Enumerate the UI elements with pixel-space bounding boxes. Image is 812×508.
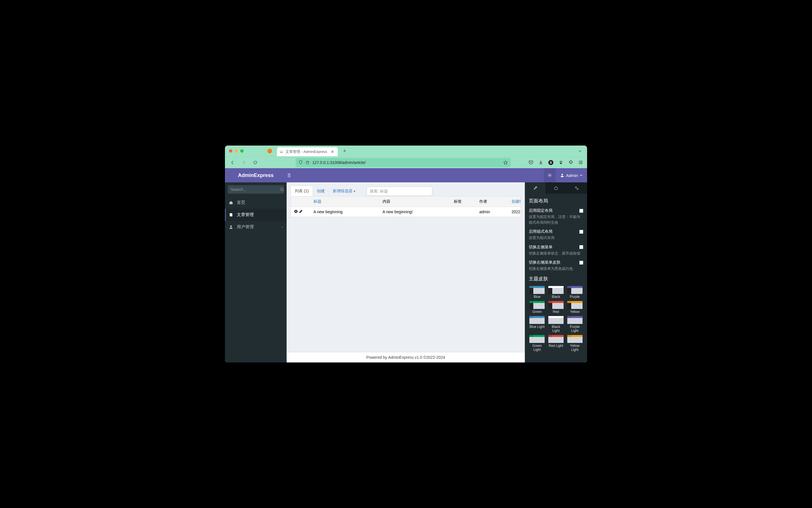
url-text: 127.0.0.1:31008/admin/article/	[313, 160, 366, 165]
settings-gear-button[interactable]	[544, 168, 556, 182]
book-icon	[229, 213, 233, 217]
skin-label: Yellow	[566, 310, 583, 314]
table-header-created[interactable]: 创建时间	[509, 197, 521, 207]
create-button[interactable]: 创建	[313, 186, 329, 196]
extension-s-icon[interactable]: S	[548, 160, 554, 165]
sidebar-item-articles[interactable]: 文章管理	[225, 209, 287, 221]
address-bar[interactable]: 127.0.0.1:31008/admin/article/	[296, 158, 511, 167]
skin-label: Green	[529, 310, 545, 314]
sidebar-item-users[interactable]: 用户管理 ‹	[225, 221, 287, 233]
app-body: 首页 文章管理 用户管理 ‹ 列表 (1) 创建 新增筛选器▼	[225, 182, 587, 363]
window-maximize-button[interactable]	[240, 149, 244, 153]
svg-point-7	[281, 188, 283, 190]
window-titlebar: 🗂 文章管理 - AdminExpress ✕ +	[225, 145, 587, 156]
sidebar-search	[228, 185, 284, 194]
window-close-button[interactable]	[229, 149, 232, 153]
extension-paw-icon[interactable]	[559, 160, 563, 165]
skin-swatch[interactable]: Red	[548, 301, 565, 314]
checkbox-boxed-layout[interactable]	[579, 230, 583, 234]
settings-tab-layout[interactable]	[525, 182, 545, 194]
skin-swatch[interactable]: Black Light	[548, 316, 565, 333]
pocket-icon[interactable]	[528, 160, 533, 165]
settings-section-skins-title: 主题皮肤	[529, 276, 583, 282]
skin-label: Red	[548, 310, 565, 314]
settings-tabs	[525, 182, 587, 194]
hamburger-icon[interactable]	[578, 160, 583, 165]
skin-swatch[interactable]: Blue	[529, 286, 545, 299]
opt-desc: 设置为固定布局，注意：不能与箱式布局同时生效	[529, 214, 583, 225]
svg-point-6	[562, 174, 563, 175]
table-header-content: 内容	[380, 197, 451, 207]
nav-forward-button[interactable]	[240, 159, 248, 166]
skin-swatch[interactable]: Green	[529, 301, 545, 314]
skin-swatch[interactable]: Yellow Light	[566, 335, 583, 352]
skin-swatch[interactable]: Green Light	[529, 335, 545, 352]
skin-label: Yellow Light	[566, 344, 583, 352]
settings-tab-gears[interactable]	[566, 182, 587, 194]
view-icon[interactable]	[294, 210, 298, 214]
settings-tab-home[interactable]	[545, 182, 566, 194]
user-menu-button[interactable]: Admin	[556, 168, 587, 182]
http-icon[interactable]	[305, 161, 309, 165]
new-tab-button[interactable]: +	[342, 147, 347, 155]
table-header-actions	[291, 197, 311, 207]
settings-opt-boxed: 启用箱式布局 设置为箱式布局	[529, 229, 583, 241]
table-search-input[interactable]	[367, 186, 432, 196]
svg-point-11	[577, 188, 578, 189]
sidebar: 首页 文章管理 用户管理 ‹	[225, 182, 287, 363]
skin-swatch[interactable]: Blue Light	[529, 316, 545, 333]
tab-close-button[interactable]: ✕	[329, 149, 336, 155]
tab-favicon-icon: 🗂	[280, 150, 283, 154]
download-icon[interactable]	[538, 160, 543, 165]
svg-point-5	[549, 175, 550, 176]
svg-point-1	[560, 161, 561, 162]
bookmark-star-icon[interactable]	[503, 160, 508, 165]
opt-title: 启用固定布局	[529, 208, 553, 213]
search-icon[interactable]	[280, 187, 284, 192]
cell-author: admin	[476, 207, 509, 217]
url-toolbar: 127.0.0.1:31008/admin/article/ S	[225, 156, 587, 168]
skin-label: Blue	[529, 295, 545, 299]
window-minimize-button[interactable]	[235, 149, 238, 153]
caret-down-icon: ▼	[353, 190, 356, 193]
skin-label: Purple Light	[566, 325, 583, 333]
settings-opt-fixed: 启用固定布局 设置为固定布局，注意：不能与箱式布局同时生效	[529, 208, 583, 225]
checkbox-left-menu[interactable]	[579, 245, 583, 249]
opt-title: 启用箱式布局	[529, 229, 553, 234]
tabs-dropdown-button[interactable]	[577, 148, 583, 154]
browser-window: 🗂 文章管理 - AdminExpress ✕ + 127.0.0.1:3100…	[225, 145, 587, 363]
settings-section-layout-title: 页面布局	[529, 198, 583, 204]
table-header-title[interactable]: 标题	[311, 197, 380, 207]
search-input[interactable]	[231, 187, 280, 192]
skin-swatch[interactable]: Black	[548, 286, 565, 299]
shield-icon[interactable]	[298, 160, 303, 165]
skin-swatch[interactable]: Yellow	[566, 301, 583, 314]
add-filter-button[interactable]: 新增筛选器▼	[329, 186, 360, 196]
skin-swatch[interactable]: Purple	[566, 286, 583, 299]
checkbox-fixed-layout[interactable]	[579, 209, 583, 213]
chevron-down-icon	[580, 174, 582, 177]
skin-swatch[interactable]: Purple Light	[566, 316, 583, 333]
nav-back-button[interactable]	[229, 159, 236, 166]
nav-reload-button[interactable]	[251, 159, 259, 166]
opt-desc: 设置为箱式布局	[529, 235, 583, 241]
row-actions	[291, 207, 311, 217]
skin-label: Purple	[566, 295, 583, 299]
app-logo[interactable]: AdminExpress	[225, 172, 287, 178]
edit-icon[interactable]	[299, 210, 303, 214]
browser-tab[interactable]: 🗂 文章管理 - AdminExpress ✕	[277, 147, 338, 156]
opt-desc: 切换右侧菜单为黑色或白色	[529, 266, 583, 271]
svg-point-9	[295, 211, 296, 212]
sidebar-item-home[interactable]: 首页	[225, 197, 287, 209]
svg-rect-0	[306, 161, 309, 164]
table-row: A new beginning A new beginning! admin 2…	[291, 207, 521, 217]
settings-panel: 页面布局 启用固定布局 设置为固定布局，注意：不能与箱式布局同时生效 启用箱式布…	[525, 182, 587, 363]
extensions-icon[interactable]	[568, 160, 573, 165]
list-tab-button[interactable]: 列表 (1)	[291, 186, 313, 196]
sidebar-toggle-button[interactable]	[287, 173, 298, 177]
skin-swatch[interactable]: Red Light	[548, 335, 565, 352]
main-content: 列表 (1) 创建 新增筛选器▼ 标题 内容 标签 作者 创建时间	[287, 182, 525, 363]
firefox-icon[interactable]	[267, 149, 272, 153]
skin-label: Red Light	[548, 344, 565, 348]
checkbox-right-skin[interactable]	[579, 261, 583, 264]
